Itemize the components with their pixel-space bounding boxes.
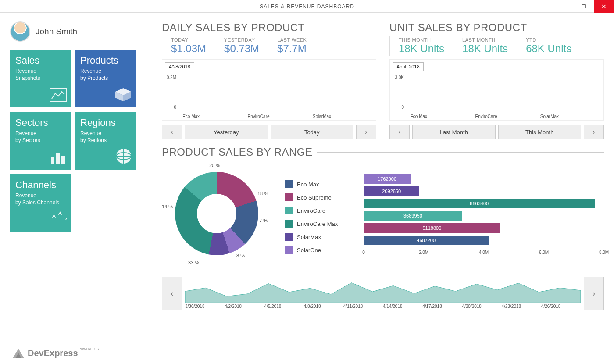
timeline-date: 4/8/2018 [304, 304, 343, 309]
stat-label: YTD [526, 37, 571, 43]
stat-value: $0.73M [224, 43, 259, 55]
stat-label: YESTERDAY [224, 37, 259, 43]
legend-item: Eco Max [285, 180, 350, 188]
x-category: EnviroCare [248, 114, 304, 119]
timeline-next-button[interactable]: › [584, 277, 604, 310]
period-button-yesterday[interactable]: Yesterday [185, 125, 268, 139]
tile-subtitle: Revenueby Sales Channels [15, 192, 65, 206]
donut-label: 8 % [236, 253, 245, 258]
minimize-button[interactable]: — [554, 0, 574, 13]
legend-label: SolarOne [297, 247, 321, 253]
legend-item: SolarOne [285, 246, 350, 254]
bar-value: 145850 [248, 105, 274, 110]
svg-rect-5 [56, 153, 60, 164]
legend-swatch [285, 246, 293, 254]
hbar: 8663400 [364, 199, 604, 208]
x-tick: 0 [362, 250, 365, 255]
period-button-this-month[interactable]: This Month [498, 125, 582, 139]
timeline-prev-button[interactable]: ‹ [162, 277, 182, 310]
arrows-icon [50, 210, 67, 228]
legend-item: Eco Supreme [285, 193, 350, 201]
svg-rect-6 [61, 156, 65, 164]
nav-tile-sales[interactable]: SalesRevenueSnapshots [10, 50, 71, 107]
bar-value: 79400 [313, 105, 339, 110]
x-category: Eco Max [182, 114, 239, 119]
bar-value: 4724 [505, 105, 532, 110]
legend-swatch [285, 193, 293, 201]
timeline-chart[interactable]: 3/30/20184/2/20184/5/20184/8/20184/11/20… [185, 277, 581, 310]
next-arrow-button[interactable]: › [356, 125, 376, 139]
x-tick: 4.0M [479, 250, 489, 255]
tile-subtitle: Revenueby Sectors [15, 130, 65, 144]
legend-label: Eco Supreme [297, 194, 332, 201]
donut-chart: 20 % 18 % 7 % 8 % 33 % 14 % [162, 161, 271, 271]
nav-tile-products[interactable]: ProductsRevenueby Products [75, 50, 136, 107]
bar-value: 222000 [212, 105, 239, 110]
donut-label: 7 % [259, 218, 268, 223]
maximize-button[interactable]: ☐ [574, 0, 594, 13]
prev-arrow-button[interactable]: ‹ [162, 125, 182, 139]
legend-swatch [285, 180, 293, 188]
x-category: SolarMax [313, 114, 369, 119]
legend-item: EnviroCare Max [285, 220, 350, 228]
hbar-fill: 5118800 [364, 223, 500, 233]
user-block: John Smith [10, 21, 155, 42]
stat-value: $7.7M [277, 43, 307, 55]
legend-item: SolarMax [285, 233, 350, 241]
x-tick: 8.0M [599, 250, 609, 255]
nav-tile-regions[interactable]: RegionsRevenueby Regions [75, 112, 136, 170]
x-tick: 6.0M [539, 250, 549, 255]
unit-sales-panel: UNIT SALES BY PRODUCT THIS MONTH18K Unit… [389, 21, 604, 139]
globe-icon [115, 148, 132, 166]
tile-title: Regions [80, 117, 130, 128]
x-category: EnviroCare [475, 114, 532, 119]
stat-value: 18K Units [462, 43, 508, 55]
tile-title: Channels [15, 179, 65, 191]
user-name: John Smith [36, 27, 77, 36]
window-title: SALES & REVENUE DASHBOARD [0, 4, 614, 10]
close-button[interactable]: ✕ [594, 0, 614, 13]
svg-rect-0 [50, 89, 67, 102]
stat-label: LAST MONTH [462, 37, 508, 43]
legend-label: SolarMax [297, 234, 321, 240]
box-icon [114, 87, 132, 104]
donut-label: 20 % [209, 163, 220, 168]
tile-subtitle: Revenueby Regions [80, 130, 130, 144]
hbar-fill: 8663400 [364, 199, 595, 208]
timeline-date: 4/17/2018 [422, 304, 462, 309]
timeline-date: 4/5/2018 [264, 304, 303, 309]
tile-subtitle: Revenueby Products [80, 68, 130, 82]
hbar: 1762900 [364, 174, 604, 184]
hbar-fill: 1762900 [364, 174, 411, 184]
bar-value: 3360 [475, 105, 502, 110]
timeline-date: 4/20/2018 [462, 304, 501, 309]
legend-label: EnviroCare Max [297, 221, 338, 227]
window-titlebar: SALES & REVENUE DASHBOARD — ☐ ✕ [0, 0, 614, 13]
bars-icon [50, 150, 67, 166]
bar-value: 336100 [278, 105, 304, 110]
stat-label: LAST WEEK [277, 37, 307, 43]
bar-value: 2791 [410, 105, 436, 110]
hbar: 5118800 [364, 223, 604, 233]
hbar-fill: 4687200 [364, 236, 489, 245]
donut-label: 18 % [257, 191, 268, 196]
period-button-today[interactable]: Today [271, 125, 354, 139]
unit-sales-chart: April, 2018 3.0K 0 27914059Eco Max336047… [389, 59, 604, 121]
hbar: 4687200 [364, 236, 604, 245]
nav-tile-sectors[interactable]: SectorsRevenueby Sectors [10, 112, 71, 170]
next-arrow-button[interactable]: › [584, 125, 604, 139]
tile-title: Sales [15, 55, 65, 66]
nav-tile-channels[interactable]: ChannelsRevenueby Sales Channels [10, 174, 71, 232]
legend-swatch [285, 233, 293, 241]
legend-swatch [285, 220, 293, 228]
donut-label: 14 % [162, 204, 173, 209]
hbar-chart: 1762900209265086634003689950511880046872… [364, 161, 604, 271]
period-button-last-month[interactable]: Last Month [412, 125, 496, 139]
stat-value: $1.03M [171, 43, 206, 55]
daily-sales-chart: 4/28/2018 0.2M 0 175600222000Eco Max1458… [162, 59, 376, 121]
timeline-date: 3/30/2018 [185, 304, 225, 309]
y-tick: 3.0K [395, 75, 404, 80]
prev-arrow-button[interactable]: ‹ [389, 125, 410, 139]
stat-value: 68K Units [526, 43, 571, 55]
brand-name: DevExpress [28, 348, 78, 358]
